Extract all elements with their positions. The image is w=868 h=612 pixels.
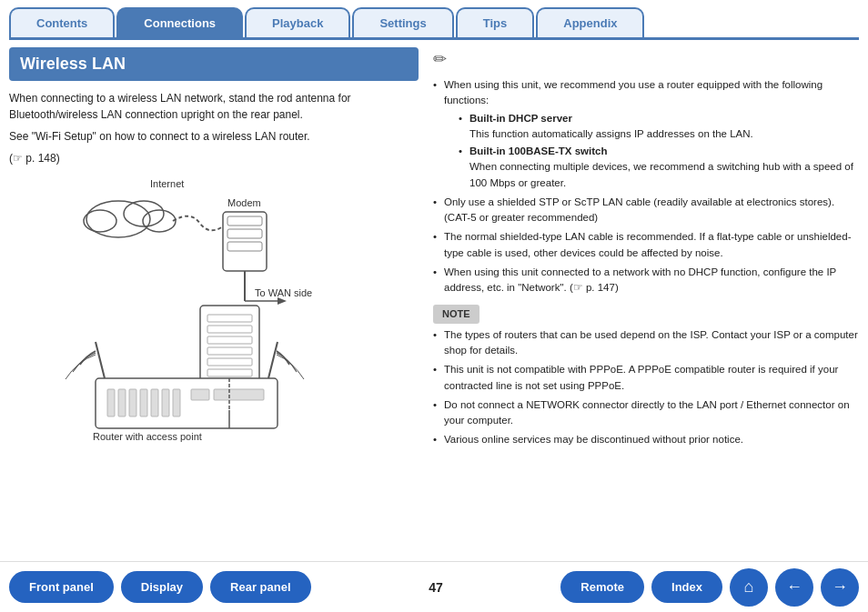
front-panel-button[interactable]: Front panel — [9, 571, 114, 603]
svg-text:Internet: Internet — [150, 178, 184, 189]
svg-rect-24 — [107, 389, 115, 416]
bullet-item-3: The normal shielded-type LAN cable is re… — [433, 229, 859, 261]
tab-contents[interactable]: Contents — [9, 7, 115, 37]
intro-text-3: (☞ p. 148) — [9, 150, 419, 166]
sub-bullet-list-1: Built-in DHCP server This function autom… — [444, 111, 859, 191]
remote-button[interactable]: Remote — [560, 571, 644, 603]
svg-line-34 — [268, 342, 278, 378]
svg-text:Modem: Modem — [227, 197, 261, 208]
intro-text-2: See "Wi-Fi Setup" on how to connect to a… — [9, 128, 419, 145]
svg-rect-27 — [140, 389, 147, 416]
svg-rect-30 — [173, 389, 180, 416]
tab-connections[interactable]: Connections — [116, 7, 243, 37]
pencil-icon: ✏ — [433, 47, 859, 72]
svg-rect-29 — [162, 389, 169, 416]
svg-point-2 — [124, 201, 164, 226]
top-border — [9, 37, 859, 40]
right-column: ✏ When using this unit, we recommend you… — [433, 47, 859, 541]
main-bullet-list: When using this unit, we recommend you u… — [433, 77, 859, 296]
bullet-item-1: When using this unit, we recommend you u… — [433, 77, 859, 191]
note-bullet-list: The types of routers that can be used de… — [433, 327, 859, 448]
sub-bullet-dhcp: Built-in DHCP server This function autom… — [459, 111, 859, 143]
intro-text-1: When connecting to a wireless LAN networ… — [9, 90, 419, 123]
svg-rect-28 — [151, 389, 158, 416]
back-button[interactable]: ← — [775, 568, 813, 607]
note-bullet-3: Do not connect a NETWORK connector direc… — [433, 397, 859, 429]
svg-line-33 — [96, 342, 105, 378]
svg-rect-25 — [118, 389, 126, 416]
page-title: Wireless LAN — [9, 47, 419, 81]
note-label: NOTE — [433, 305, 479, 324]
svg-rect-32 — [214, 389, 264, 400]
network-diagram: Internet Modem To WAN side — [9, 174, 419, 456]
top-navigation: Contents Connections Playback Settings T… — [0, 0, 868, 37]
index-button[interactable]: Index — [651, 571, 722, 603]
left-column: Wireless LAN When connecting to a wirele… — [9, 47, 419, 541]
svg-point-4 — [84, 210, 116, 232]
svg-marker-13 — [278, 297, 287, 305]
forward-button[interactable]: → — [821, 568, 859, 607]
bullet-item-4: When using this unit connected to a netw… — [433, 265, 859, 296]
svg-text:Router with access point: Router with access point — [93, 431, 202, 442]
bottom-navigation: Front panel Display Rear panel 47 Remote… — [0, 561, 868, 612]
bullet-item-2: Only use a shielded STP or ScTP LAN cabl… — [433, 195, 859, 226]
svg-text:To WAN side: To WAN side — [255, 287, 312, 298]
tab-settings[interactable]: Settings — [352, 7, 453, 37]
display-button[interactable]: Display — [121, 571, 203, 603]
home-button[interactable]: ⌂ — [730, 568, 768, 607]
note-bullet-2: This unit is not compatible with PPPoE. … — [433, 362, 859, 394]
note-box: NOTE The types of routers that can be us… — [433, 305, 859, 447]
svg-rect-31 — [191, 389, 209, 400]
rear-panel-button[interactable]: Rear panel — [210, 571, 310, 603]
diagram-svg: Internet Modem To WAN side — [9, 174, 409, 456]
sub-bullet-100base: Built-in 100BASE-TX switch When connecti… — [459, 144, 859, 191]
note-bullet-4: Various online services may be discontin… — [433, 432, 859, 447]
svg-rect-26 — [129, 389, 136, 416]
main-content: Wireless LAN When connecting to a wirele… — [0, 47, 868, 541]
tab-tips[interactable]: Tips — [456, 7, 535, 37]
note-bullet-1: The types of routers that can be used de… — [433, 327, 859, 359]
tab-appendix[interactable]: Appendix — [536, 7, 644, 37]
page-number: 47 — [422, 580, 449, 595]
tab-playback[interactable]: Playback — [245, 7, 350, 37]
